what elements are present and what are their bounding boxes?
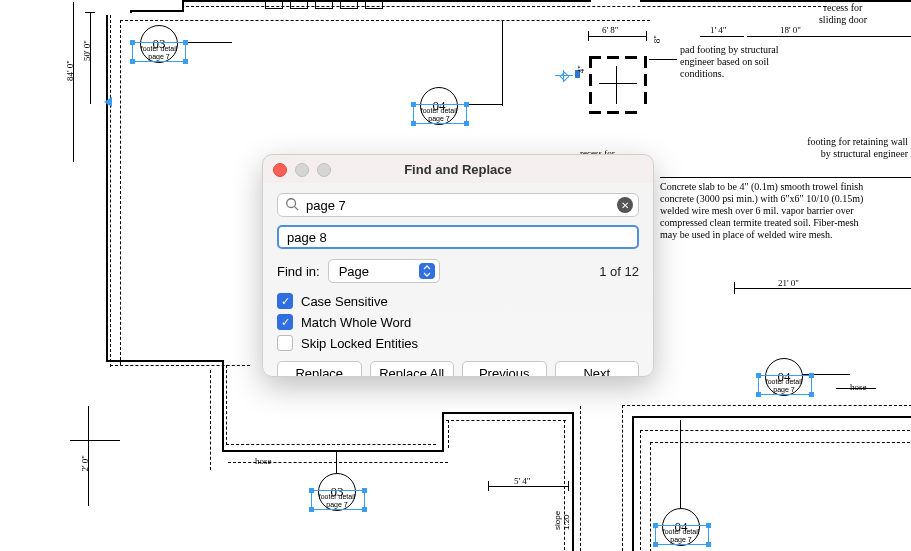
dash-line <box>448 420 449 448</box>
replace-field-wrap <box>277 225 639 249</box>
dash-line <box>580 406 581 551</box>
wall-seg <box>632 416 634 551</box>
insertion-marker-icon <box>104 97 112 107</box>
dim-tick <box>734 282 735 294</box>
checkbox-label: Skip Locked Entities <box>301 336 418 351</box>
checkbox-group: ✓ Case Sensitive ✓ Match Whole Word Skip… <box>277 293 639 351</box>
dash-line <box>120 20 121 365</box>
wall-seg <box>222 450 442 452</box>
wall-seg <box>106 360 222 362</box>
dash-line <box>226 444 436 445</box>
checkbox-icon <box>277 335 293 351</box>
wall-seg <box>632 416 911 418</box>
dim-line <box>588 36 646 37</box>
dim-tick <box>85 12 95 13</box>
find-field-wrap: ✕ <box>277 193 639 217</box>
dim-line <box>700 36 744 37</box>
dash-line <box>120 20 650 21</box>
note-slab: Concrete slab to be 4" (0.1m) smooth tro… <box>660 181 870 241</box>
dim-tick <box>588 31 589 41</box>
dash-line <box>622 405 911 406</box>
window-mark <box>265 0 283 9</box>
dim-text: 4" <box>576 65 586 73</box>
window-mark <box>290 0 308 9</box>
note-slope: slope1:20 <box>553 490 571 530</box>
find-in-value: Page <box>339 264 369 279</box>
replace-button[interactable]: Replace <box>277 361 362 377</box>
replace-all-button[interactable]: Replace All <box>370 361 455 377</box>
window-mark <box>365 0 383 9</box>
checkbox-label: Match Whole Word <box>301 315 411 330</box>
previous-button[interactable]: Previous <box>462 361 547 377</box>
checkbox-label: Case Sensitive <box>301 294 388 309</box>
search-icon <box>285 197 299 214</box>
zoom-window-button[interactable] <box>317 163 331 177</box>
dim-text: 84' 0" <box>65 60 75 81</box>
wall-seg <box>130 10 132 13</box>
dim-text: 5' 4" <box>514 476 531 486</box>
dash-line <box>650 442 651 551</box>
wall-seg <box>130 10 184 12</box>
dim-text: 21' 0" <box>778 278 799 288</box>
dim-text: 1' 4" <box>710 25 727 35</box>
selection-box <box>655 525 709 545</box>
selection-box <box>132 42 186 62</box>
dash-line <box>640 430 641 550</box>
leader-line <box>680 420 681 510</box>
note-retaining: footing for retaining wallby structural … <box>748 136 908 160</box>
wall-seg <box>381 0 591 2</box>
find-input[interactable] <box>277 193 639 217</box>
dash-line <box>226 365 227 445</box>
minimize-window-button[interactable] <box>295 163 309 177</box>
dialog-titlebar[interactable]: Find and Replace <box>263 155 653 183</box>
leader-line <box>336 452 337 474</box>
whole-word-checkbox[interactable]: ✓ Match Whole Word <box>277 314 639 330</box>
checkbox-icon: ✓ <box>277 314 293 330</box>
dash-line <box>650 442 910 443</box>
clear-search-button[interactable]: ✕ <box>617 197 633 213</box>
dash-line <box>210 370 211 470</box>
next-button[interactable]: Next <box>555 361 640 377</box>
dash-line <box>110 365 250 366</box>
dim-text: 6' 8" <box>602 25 619 35</box>
pad-footing <box>589 56 647 114</box>
chevron-updown-icon <box>419 263 435 279</box>
replace-input[interactable] <box>277 225 639 249</box>
selection-box <box>413 104 467 124</box>
selection-box <box>311 490 365 510</box>
skip-locked-checkbox[interactable]: Skip Locked Entities <box>277 335 639 351</box>
wall-seg <box>106 15 108 361</box>
result-count: 1 of 12 <box>599 264 639 279</box>
dim-text: 50' 0" <box>82 40 92 61</box>
leader-line <box>502 20 503 106</box>
dash-line <box>622 405 623 551</box>
wall-seg <box>222 360 224 450</box>
leader-line <box>660 177 911 178</box>
wall-seg <box>442 412 572 414</box>
wall-seg <box>572 412 574 551</box>
case-sensitive-checkbox[interactable]: ✓ Case Sensitive <box>277 293 639 309</box>
dim-line <box>73 2 74 162</box>
window-mark <box>340 0 358 9</box>
find-replace-dialog: Find and Replace ✕ Find in: Page <box>262 154 654 377</box>
leader-line <box>649 59 677 60</box>
find-in-label: Find in: <box>277 264 320 279</box>
svg-line-1 <box>295 207 299 211</box>
dim-tick <box>646 31 647 41</box>
dim-line <box>747 36 911 37</box>
find-in-popup[interactable]: Page <box>328 259 440 283</box>
find-in-row: Find in: Page 1 of 12 <box>277 259 639 283</box>
drawing-canvas[interactable]: recess forsliding door pad footing by st… <box>0 0 911 551</box>
dim-text: 18' 0" <box>780 25 801 35</box>
dash-line <box>110 15 111 367</box>
close-window-button[interactable] <box>273 163 287 177</box>
note-pad-footing: pad footing by structuralengineer based … <box>680 44 835 80</box>
selection-target-marker <box>555 70 573 82</box>
wall-seg <box>442 412 444 452</box>
svg-point-0 <box>287 199 296 208</box>
dim-line <box>734 288 911 289</box>
dim-text: 2' 0" <box>80 455 90 472</box>
dim-line <box>488 486 568 487</box>
note-hose: hose <box>255 455 272 467</box>
dim-text: 8" <box>652 35 662 43</box>
